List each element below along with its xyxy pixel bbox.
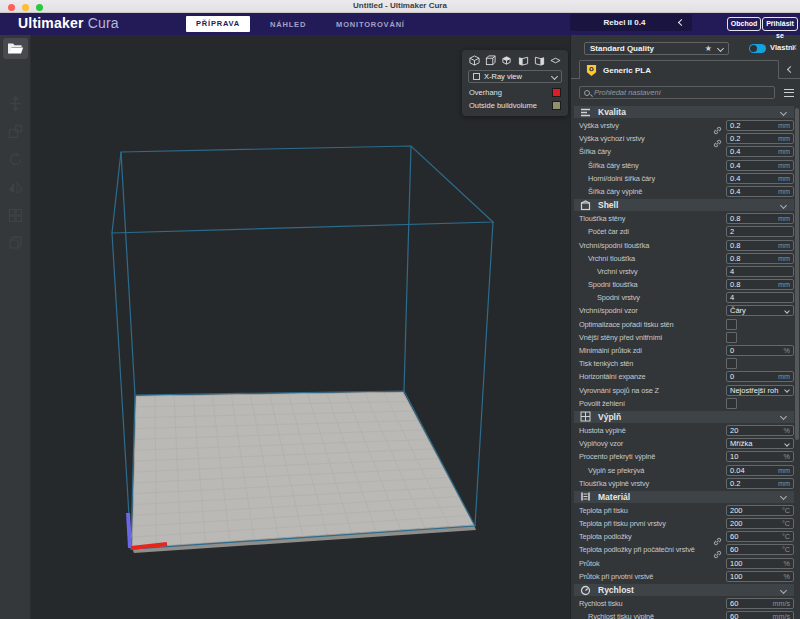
setting-value-field[interactable]: 0.4mm [726,186,794,197]
open-file-button[interactable] [3,38,28,59]
left-view-icon[interactable] [518,55,529,66]
settings-scrollbar[interactable] [795,108,799,440]
setting-label: Vrchní/spodní vzor [574,306,638,315]
setting-value-field[interactable]: 200°C [726,518,794,529]
setting-value-field[interactable]: 60mm/s [726,598,794,609]
setting-value: 2 [730,227,790,236]
setting-row: Výška vrstvy0.2mm [574,119,794,132]
setting-value-field[interactable]: 10% [726,451,794,462]
section-header[interactable]: Výplň [574,411,794,423]
menu-icon[interactable] [784,89,794,97]
setting-value-field[interactable]: 0.2mm [726,478,794,489]
setting-value-field[interactable]: 20% [726,425,794,436]
close-panel-icon[interactable]: × [791,42,797,54]
search-icon [584,90,590,96]
setting-row: Horizontální expanze0mm [574,370,794,383]
setting-value-field[interactable]: 4 [726,292,794,303]
viewport-3d[interactable]: X-Ray view Overhang Outside buildvolume [31,35,570,619]
right-view-icon[interactable] [534,55,545,66]
setting-checkbox[interactable] [726,332,737,343]
printer-selector[interactable]: Rebel II 0.4 [570,14,692,31]
setting-value-field[interactable]: 0.04mm [726,465,794,476]
setting-row: Vrchní/spodní tloušťka0.8mm [574,239,794,252]
view-mode-dropdown[interactable]: X-Ray view [468,70,562,83]
setting-value-field[interactable]: 60°C [726,531,794,542]
setting-value-field[interactable]: 0% [726,345,794,356]
setting-value-field[interactable]: 60mm/s [726,611,794,619]
setting-value: 0 [730,372,778,381]
iso-view-icon[interactable] [469,55,480,66]
build-volume-scene [31,35,570,619]
shell-icon [580,200,592,211]
setting-value-field[interactable]: 0mm [726,371,794,382]
chevron-left-icon[interactable] [787,66,794,73]
setting-row: Rychlost tisku60mm/s [574,597,794,610]
setting-row: Šířka čáry výplně0.4mm [574,185,794,198]
setting-row: Počet čar zdi2 [574,225,794,238]
setting-value-field[interactable]: 100% [726,558,794,569]
front-view-icon[interactable] [485,55,496,66]
profile-name: Standard Quality [590,44,705,53]
marketplace-button[interactable]: Obchod [727,17,761,31]
setting-value: 0.04 [730,466,778,475]
setting-dropdown[interactable]: Nejostřejší roh [726,385,794,396]
search-settings-input[interactable] [594,88,770,97]
setting-value-field[interactable]: 2 [726,226,794,237]
chevron-down-icon [780,202,787,209]
infill-icon [580,411,592,422]
setting-value-field[interactable]: 0.8mm [726,253,794,264]
setting-row: Vrchní tloušťka0.8mm [574,252,794,265]
section-header[interactable]: Kvalita [574,106,794,118]
setting-checkbox[interactable] [726,358,737,369]
bottom-view-icon[interactable] [550,55,561,66]
setting-row: Vrchní vrstvy4 [574,265,794,278]
setting-unit: mm [778,187,790,196]
setting-value-field[interactable]: 4 [726,266,794,277]
setting-label: Šířka čáry [574,147,611,156]
tab-preview[interactable]: NÁHLED [260,20,316,29]
printer-name: Rebel II 0.4 [570,18,679,27]
setting-value-field[interactable]: 200°C [726,505,794,516]
setting-value-field[interactable]: 0.4mm [726,160,794,171]
setting-row: Výplň se překrývá0.04mm [574,464,794,477]
setting-label: Minimální průtok zdi [574,346,642,355]
setting-value-field[interactable]: 0.2mm [726,133,794,144]
setting-value-field[interactable]: 0.8mm [726,213,794,224]
section-header[interactable]: Materiál [574,491,794,503]
search-box [579,86,775,99]
top-view-icon[interactable] [501,55,512,66]
setting-label: Rychlost tisku výplně [574,612,654,619]
custom-mode-toggle[interactable] [749,44,766,53]
chevron-down-icon [780,108,787,115]
setting-value-field[interactable]: 0.2mm [726,120,794,131]
setting-dropdown[interactable]: Mřížka [726,438,794,449]
setting-value-field[interactable]: 100% [726,571,794,582]
extruder-tab[interactable]: Generic PLA [579,60,779,79]
setting-label: Rychlost tisku [574,599,623,608]
section-header[interactable]: Rychlost [574,584,794,596]
profile-dropdown[interactable]: Standard Quality ★ [584,42,729,55]
sign-in-button[interactable]: Přihlásit se [762,17,798,31]
section-header[interactable]: Shell [574,199,794,211]
setting-label: Horizontální expanze [574,372,645,381]
setting-value: 60 [730,599,772,608]
tab-monitor[interactable]: MONITOROVÁNÍ [326,20,415,29]
chevron-down-icon [784,441,790,447]
setting-checkbox[interactable] [726,319,737,330]
setting-dropdown[interactable]: Čáry [726,305,794,316]
setting-row: Průtok při prvotní vrstvě100% [574,570,794,583]
setting-row: Povolit žehlení [574,397,794,410]
setting-value-field[interactable]: 0.8mm [726,240,794,251]
setting-checkbox[interactable] [726,398,737,409]
setting-value-field[interactable]: 60°C [726,544,794,555]
setting-value-field[interactable]: 0.8mm [726,279,794,290]
setting-label: Vrchní/spodní tloušťka [574,241,649,250]
setting-unit: mm [778,134,790,143]
setting-value-field[interactable]: 0.4mm [726,173,794,184]
setting-unit: % [784,559,790,568]
setting-label: Výplňový vzor [574,439,623,448]
setting-value-field[interactable]: 0.4mm [726,146,794,157]
tab-prepare[interactable]: PŘÍPRAVA [186,16,250,32]
setting-label: Spodní tloušťka [574,280,637,289]
setting-label: Počet čar zdi [574,227,629,236]
